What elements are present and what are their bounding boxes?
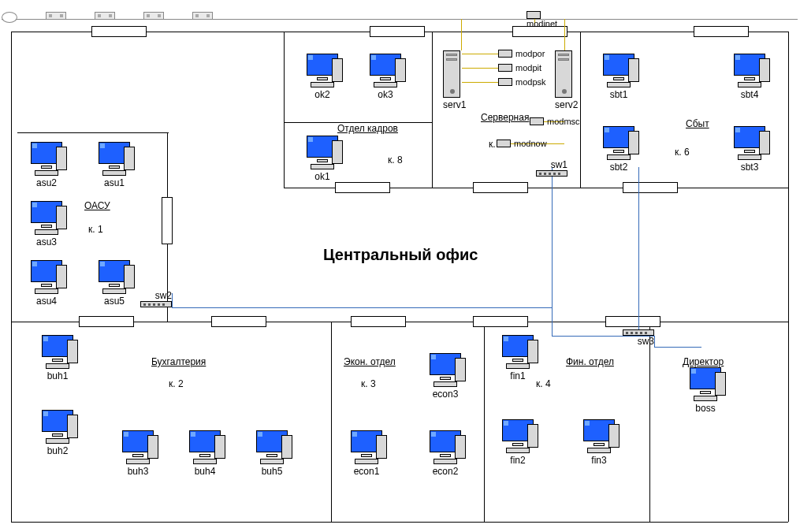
mdm-label: modpor — [515, 49, 545, 58]
pc-buh5: buh5 — [252, 430, 292, 477]
pc-label: fin3 — [579, 455, 619, 466]
pc-label: asu3 — [27, 236, 66, 247]
wall-segment — [432, 32, 433, 188]
wall-slab — [351, 316, 406, 327]
pc-asu1: asu1 — [95, 142, 134, 188]
room-title-dir: Директор — [683, 356, 724, 367]
room-num-econ: к. 3 — [361, 378, 376, 389]
pc-label: ok1 — [303, 171, 342, 182]
mdm-label: modnow — [514, 139, 547, 148]
wall-segment — [331, 322, 332, 522]
wall-slab — [335, 182, 390, 193]
yellow-wire — [462, 82, 498, 83]
switch-sw2: sw2 — [140, 290, 172, 307]
wall-slab — [162, 197, 173, 244]
room-title-econ: Экон. отдел — [344, 356, 396, 367]
srv-label: serv2 — [555, 99, 578, 110]
pc-sbt3: sbt3 — [730, 126, 769, 173]
pc-label: buh3 — [118, 466, 158, 477]
modem-modmsc: modmsc — [530, 117, 580, 126]
pc-buh3: buh3 — [118, 430, 158, 477]
wall-slab — [370, 26, 425, 37]
wall-segment — [788, 32, 789, 522]
modem-modpit: modpit — [498, 63, 541, 73]
modem-modinet: modinet — [527, 11, 557, 28]
room-title-fin: Фин. отдел — [566, 356, 614, 367]
top-tiny-2 — [95, 12, 115, 20]
wall-segment — [284, 32, 285, 188]
pc-label: buh1 — [38, 370, 77, 381]
top-tiny-4 — [192, 12, 213, 20]
pc-label: boss — [686, 403, 725, 414]
pc-fin2: fin2 — [498, 419, 538, 466]
cable — [172, 293, 173, 307]
pc-label: sbt3 — [730, 162, 769, 173]
mdm-label: modpsk — [515, 77, 546, 87]
pc-label: asu5 — [95, 296, 134, 307]
wall-slab — [605, 316, 660, 327]
cable — [552, 167, 553, 336]
pc-label: sbt4 — [730, 89, 769, 100]
room-num-sbyt: к. 6 — [675, 147, 690, 158]
top-tiny-3 — [143, 12, 164, 20]
wall-slab — [91, 26, 147, 37]
cable — [172, 307, 552, 308]
yellow-wire — [461, 19, 462, 50]
mdm-label: modpit — [515, 63, 541, 73]
wall-slab — [473, 316, 528, 327]
sw-label: sw2 — [140, 290, 172, 301]
pc-ok3: ok3 — [366, 54, 405, 100]
pc-sbt4: sbt4 — [730, 54, 769, 100]
top-tiny-1 — [46, 12, 66, 20]
room-title-server: Серверная — [481, 112, 529, 123]
switch-sw1: sw1 — [536, 159, 567, 177]
pc-ok1: ok1 — [303, 136, 342, 182]
pc-asu5: asu5 — [95, 260, 134, 307]
pc-label: ok2 — [303, 89, 342, 100]
diagram-stage: Центральный офис ОАСУ к. 1 Отдел кадров … — [0, 0, 800, 532]
wall-slab — [694, 26, 749, 37]
cloud-icon — [2, 12, 17, 23]
room-num-fin: к. 4 — [536, 378, 551, 389]
modem-modpor: modpor — [498, 49, 545, 58]
pc-label: econ2 — [426, 466, 465, 477]
wall-segment — [11, 522, 788, 523]
wall-segment — [580, 32, 581, 188]
pc-label: sbt2 — [599, 162, 638, 173]
room-num-buh: к. 2 — [169, 378, 184, 389]
pc-asu3: asu3 — [27, 201, 66, 247]
pc-label: asu2 — [27, 177, 66, 188]
wall-slab — [79, 316, 134, 327]
switch-sw3: sw3 — [623, 329, 654, 347]
pc-label: buh4 — [185, 466, 225, 477]
cable — [654, 336, 655, 347]
pc-ok2: ok2 — [303, 54, 342, 100]
yellow-wire — [462, 54, 498, 54]
pc-asu4: asu4 — [27, 260, 66, 307]
room-title-buh: Бухгалтерия — [151, 356, 206, 367]
wall-segment — [649, 322, 650, 522]
wall-segment — [11, 32, 12, 522]
wall-slab — [211, 316, 266, 327]
pc-asu2: asu2 — [27, 142, 66, 188]
pc-label: fin2 — [498, 455, 538, 466]
pc-sbt1: sbt1 — [599, 54, 638, 100]
pc-econ3: econ3 — [426, 353, 465, 400]
pc-econ1: econ1 — [347, 430, 386, 477]
pc-boss: boss — [686, 367, 725, 414]
pc-sbt2: sbt2 — [599, 126, 638, 173]
yellow-wire — [462, 68, 498, 69]
pc-label: asu4 — [27, 296, 66, 307]
pc-buh2: buh2 — [38, 410, 77, 456]
wall-slab — [623, 182, 678, 193]
pc-label: asu1 — [95, 177, 134, 188]
srv-label: serv1 — [443, 99, 466, 110]
sw-label: sw1 — [536, 159, 567, 170]
wall-segment — [484, 322, 485, 522]
wall-slab — [473, 182, 528, 193]
pc-buh1: buh1 — [38, 335, 77, 381]
room-num-kadry: к. 8 — [388, 154, 403, 166]
above-top-line — [2, 19, 798, 20]
room-num-oasu: к. 1 — [88, 224, 103, 235]
pc-fin3: fin3 — [579, 419, 619, 466]
